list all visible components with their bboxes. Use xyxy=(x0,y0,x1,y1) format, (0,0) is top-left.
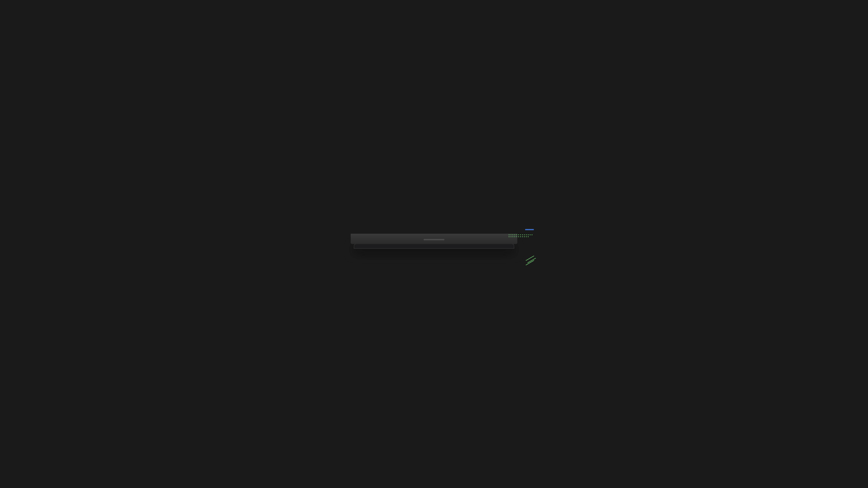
blue-accent-bar xyxy=(525,229,534,230)
laptop-base xyxy=(351,234,517,244)
